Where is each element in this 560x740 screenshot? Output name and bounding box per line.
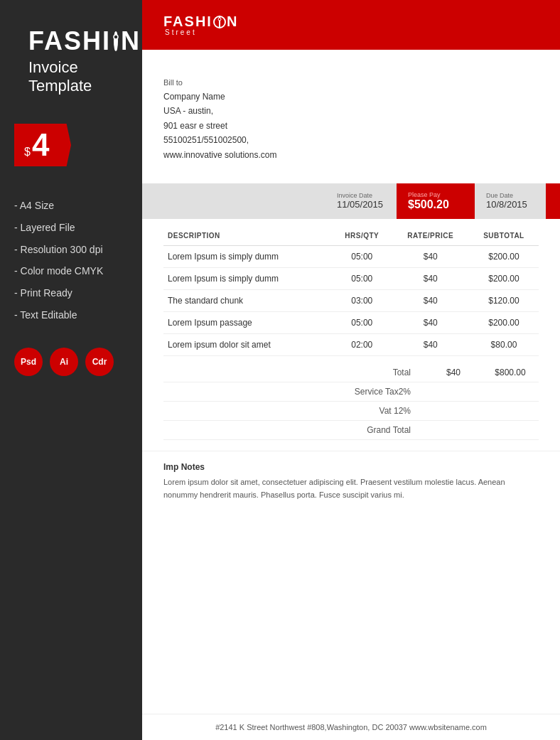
meta-group: Invoice Date 11/05/2015 Please Pay $500.… (325, 183, 560, 219)
please-pay-amount: $500.20 (408, 198, 463, 211)
features-list: A4 Size Layered File Resolution 300 dpi … (14, 195, 128, 326)
vat-subtotal (482, 406, 539, 416)
total-subtotal: $800.00 (482, 368, 539, 377)
vat-value (425, 406, 482, 416)
row2-rate: $40 (392, 267, 469, 289)
invoice-brand-icon (213, 16, 226, 28)
address-line3: 55100251/551002500, (163, 133, 539, 147)
grand-total-label: Grand Total (283, 425, 425, 435)
table-row: The standard chunk 03:00 $40 $120.00 (163, 289, 539, 311)
invoice-date-value: 11/05/2015 (337, 199, 385, 210)
company-name: Company Name (163, 90, 539, 104)
feature-color-mode: Color mode CMYK (14, 260, 128, 282)
service-tax-row: Service Tax2% (163, 382, 539, 402)
format-cdr: Cdr (85, 348, 114, 376)
invoice-footer: #2141 K Street Northwest #808,Washington… (142, 714, 560, 740)
table-row: Lorem Ipsum passage 05:00 $40 $200.00 (163, 311, 539, 333)
service-tax-subtotal (482, 387, 539, 397)
due-date-label: Due Date (486, 192, 534, 199)
total-row: Total $40 $800.00 (163, 363, 539, 382)
footer-text: #2141 K Street Northwest #808,Washington… (215, 723, 487, 731)
invoice-brand-sub: Street (163, 28, 197, 36)
feature-text-editable: Text Editable (14, 304, 128, 326)
col-hrs: HRS/QTY (332, 226, 392, 246)
row2-desc: Lorem Ipsum is simply dumm (163, 267, 332, 289)
grand-total-subtotal (482, 425, 539, 435)
table-row: Lorem ipsum dolor sit amet 02:00 $40 $80… (163, 333, 539, 355)
invoice-brand: FASHI N Street (163, 14, 238, 36)
left-panel: FASHI N Invoice Template $ 4 A4 Size Lay… (0, 0, 142, 740)
brand-icon (114, 31, 118, 51)
grand-total-value (425, 425, 482, 435)
feature-print-ready: Print Ready (14, 282, 128, 304)
row4-desc: Lorem Ipsum passage (163, 311, 332, 333)
notes-title: Imp Notes (163, 462, 539, 472)
feature-layered: Layered File (14, 217, 128, 239)
feature-a4: A4 Size (14, 195, 128, 217)
table-row: Lorem Ipsum is simply dumm 05:00 $40 $20… (163, 267, 539, 289)
format-psd: Psd (14, 348, 43, 376)
svg-point-1 (114, 35, 118, 39)
address-line2: 901 easr e street (163, 119, 539, 133)
row1-subtotal: $200.00 (469, 245, 539, 267)
col-description: DESCRIPTION (163, 226, 332, 246)
format-ai: Ai (50, 348, 78, 376)
row1-hrs: 05:00 (332, 245, 392, 267)
feature-resolution: Resolution 300 dpi (14, 239, 128, 261)
row4-subtotal: $200.00 (469, 311, 539, 333)
row5-subtotal: $80.00 (469, 333, 539, 355)
price-number: 4 (32, 129, 49, 161)
row3-hrs: 03:00 (332, 289, 392, 311)
invoice-panel: FASHI N Street Bill to Company Name USA … (142, 0, 560, 740)
vat-row: Vat 12% (163, 402, 539, 421)
row3-subtotal: $120.00 (469, 289, 539, 311)
invoice-date-label: Invoice Date (337, 192, 385, 199)
address-line1: USA - austin, (163, 104, 539, 118)
invoice-brand-p1: FASHI (163, 14, 212, 30)
price-badge: $ 4 (14, 124, 71, 166)
row3-rate: $40 (392, 289, 469, 311)
row5-rate: $40 (392, 333, 469, 355)
invoice-table: DESCRIPTION HRS/QTY RATE/PRICE SUBTOTAL … (163, 226, 539, 356)
please-pay-item: Please Pay $500.20 (397, 183, 475, 219)
row4-rate: $40 (392, 311, 469, 333)
meta-right-accent (546, 183, 560, 219)
row1-rate: $40 (392, 245, 469, 267)
bill-to-label: Bill to (163, 78, 539, 87)
row4-hrs: 05:00 (332, 311, 392, 333)
format-badges: Psd Ai Cdr (14, 348, 128, 376)
row5-desc: Lorem ipsum dolor sit amet (163, 333, 332, 355)
invoice-date-item: Invoice Date 11/05/2015 (325, 183, 397, 219)
invoice-table-section: DESCRIPTION HRS/QTY RATE/PRICE SUBTOTAL … (142, 219, 560, 356)
col-rate: RATE/PRICE (392, 226, 469, 246)
service-tax-value (425, 387, 482, 397)
price-symbol: $ (24, 146, 31, 159)
table-header-row: DESCRIPTION HRS/QTY RATE/PRICE SUBTOTAL (163, 226, 539, 246)
bill-to-details: Company Name USA - austin, 901 easr e st… (163, 90, 539, 162)
col-subtotal: SUBTOTAL (469, 226, 539, 246)
brand-part1: FASHI (28, 28, 111, 54)
please-pay-label: Please Pay (408, 191, 463, 198)
service-tax-label: Service Tax2% (283, 387, 425, 397)
total-rate: $40 (425, 368, 482, 377)
row2-hrs: 05:00 (332, 267, 392, 289)
due-date-value: 10/8/2015 (486, 199, 534, 210)
brand-title: FASHI N (28, 28, 114, 54)
invoice-brand-p2: N (227, 14, 238, 30)
invoice-totals: Total $40 $800.00 Service Tax2% Vat 12% … (142, 356, 560, 447)
notes-text: Lorem ipsum dolor sit amet, consectetuer… (163, 476, 539, 501)
total-label: Total (340, 368, 425, 377)
invoice-header: FASHI N Street (142, 0, 560, 50)
due-date-item: Due Date 10/8/2015 (475, 183, 546, 219)
address-line4: www.innovative solutions.com (163, 148, 539, 162)
svg-point-3 (218, 18, 221, 21)
brand-part2: N (121, 28, 141, 54)
page-subtitle: Invoice Template (28, 58, 114, 95)
row3-desc: The standard chunk (163, 289, 332, 311)
row2-subtotal: $200.00 (469, 267, 539, 289)
invoice-brand-name: FASHI N (163, 14, 238, 30)
grand-total-row: Grand Total (163, 421, 539, 440)
invoice-notes: Imp Notes Lorem ipsum dolor sit amet, co… (142, 451, 560, 508)
invoice-meta-bar: Invoice Date 11/05/2015 Please Pay $500.… (142, 183, 560, 219)
table-row: Lorem Ipsum is simply dumm 05:00 $40 $20… (163, 245, 539, 267)
